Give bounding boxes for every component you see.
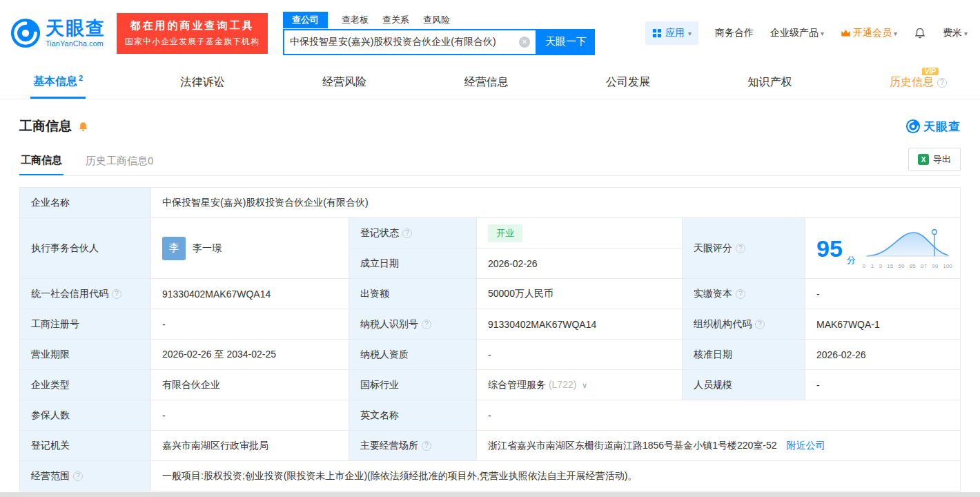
help-icon[interactable]: ? — [112, 289, 121, 299]
tab-history-info[interactable]: VIP 历史信息 ? — [887, 66, 950, 99]
taxpayer-quality-label: 纳税人资质 — [349, 340, 477, 370]
table-row: 统一社会信用代码? 91330402MAK67WQA14 出资额 50000万人… — [20, 279, 961, 309]
tab-operation-info-label: 经营信息 — [464, 75, 509, 90]
staff-size-label: 人员规模 — [683, 370, 805, 400]
excel-icon: X — [918, 154, 929, 165]
score-axis-ticks: 013 155085 9799100 — [863, 263, 952, 269]
insured-count-value: - — [151, 400, 349, 431]
status-badge: 开业 — [488, 224, 522, 242]
brand-domain: TianYanCha.com — [46, 39, 106, 48]
help-icon[interactable]: ? — [736, 244, 745, 253]
partner-name[interactable]: 李一璟 — [193, 242, 222, 255]
taxpayer-quality-value: - — [477, 340, 683, 370]
org-code-label-text: 组织机构代码 — [694, 318, 752, 331]
score-value-cell: 95 分 — [805, 218, 961, 279]
tab-company-development[interactable]: 公司发展 — [603, 66, 653, 99]
tab-company-development-label: 公司发展 — [606, 75, 650, 90]
industry-code: (L722) — [549, 379, 576, 390]
top-header: 天眼查 TianYanCha.com 都在用的商业查询工具 国家中小企业发展子基… — [0, 0, 980, 66]
search-tab-company[interactable]: 查公司 — [283, 12, 328, 28]
tab-operation-risk[interactable]: 经营风险 — [320, 66, 369, 99]
company-name-value: 中保投智星安(嘉兴)股权投资合伙企业(有限合伙) — [151, 188, 961, 218]
biz-cooperation-link[interactable]: 商务合作 — [715, 27, 754, 39]
search-tab-boss[interactable]: 查老板 — [342, 14, 369, 26]
tab-legal-litigation[interactable]: 法律诉讼 — [178, 66, 228, 99]
tab-operation-info[interactable]: 经营信息 — [462, 66, 511, 99]
vip-upgrade-link[interactable]: 开通会员 ▾ — [841, 27, 897, 39]
score-label-text: 天眼评分 — [694, 242, 732, 255]
vip-upgrade-label: 开通会员 — [853, 27, 892, 39]
biz-cooperation-label: 商务合作 — [715, 27, 754, 39]
tianyancha-logo-icon — [10, 17, 41, 49]
watermark-logo: 天眼查 — [905, 119, 961, 135]
capital-label: 出资额 — [349, 279, 477, 309]
help-icon[interactable]: ? — [736, 289, 745, 299]
apps-button[interactable]: 应用 ▾ — [645, 21, 698, 45]
taxpayer-id-label: 纳税人识别号? — [349, 309, 477, 340]
help-icon[interactable]: ? — [402, 228, 412, 238]
business-place-label-text: 主要经营场所 — [360, 440, 418, 452]
enterprise-product-label: 企业级产品 — [770, 27, 819, 39]
establish-date-label: 成立日期 — [349, 248, 477, 279]
insured-count-label: 参保人数 — [20, 400, 151, 431]
subtab-business-info[interactable]: 工商信息 — [19, 148, 63, 175]
apps-label: 应用 — [665, 27, 685, 39]
approval-date-value: 2026-02-26 — [805, 340, 961, 370]
business-info-table: 企业名称 中保投智星安(嘉兴)股权投资合伙企业(有限合伙) 执行事务合伙人 李 … — [19, 187, 961, 491]
enterprise-product-link[interactable]: 企业级产品 ▾ — [770, 27, 824, 39]
subscribe-bell-icon[interactable] — [77, 121, 89, 133]
search-input[interactable] — [290, 37, 519, 48]
tab-legal-litigation-label: 法律诉讼 — [181, 75, 225, 90]
tab-basic-info-label: 基本信息 — [33, 75, 77, 89]
approval-date-label: 核准日期 — [683, 340, 805, 370]
clear-icon[interactable]: ✕ — [519, 37, 530, 48]
paid-capital-value: - — [805, 279, 961, 309]
english-name-value: - — [477, 400, 961, 431]
table-row: 登记机关 嘉兴市南湖区行政审批局 主要经营场所? 浙江省嘉兴市南湖区东栅街道南江… — [20, 431, 961, 461]
export-button[interactable]: X 导出 — [908, 148, 961, 171]
help-icon[interactable]: ? — [422, 441, 431, 451]
subtab-history-business-info[interactable]: 历史工商信息0 — [84, 149, 155, 175]
tianyancha-logo[interactable]: 天眼查 TianYanCha.com — [10, 17, 106, 49]
business-scope-value: 一般项目:股权投资;创业投资(限投资未上市企业)(除依法须经批准的项目外,凭营业… — [151, 461, 961, 491]
help-icon[interactable]: ? — [73, 471, 83, 481]
search-area: 查公司 查老板 查关系 查风险 ✕ 天眼一下 — [283, 12, 595, 55]
tab-intellectual-property[interactable]: 知识产权 — [745, 66, 794, 99]
caret-down-icon: ▾ — [821, 30, 824, 37]
table-row: 工商注册号 - 纳税人识别号? 91330402MAK67WQA14 组织机构代… — [20, 309, 961, 340]
business-term-label: 营业期限 — [20, 340, 151, 370]
help-icon[interactable]: ? — [755, 320, 765, 329]
org-code-value: MAK67WQA-1 — [805, 309, 961, 340]
paid-capital-label: 实缴资本? — [683, 279, 805, 309]
company-type-label: 企业类型 — [20, 370, 151, 400]
search-tab-relation[interactable]: 查关系 — [382, 14, 409, 26]
search-box: ✕ — [283, 29, 537, 55]
score-marker-pin — [932, 230, 937, 235]
score-chart: 013 155085 9799100 — [863, 227, 952, 269]
promo-line1: 都在用的商业查询工具 — [125, 19, 259, 32]
help-icon[interactable]: ? — [422, 320, 431, 329]
tab-operation-risk-label: 经营风险 — [322, 75, 366, 90]
crown-icon — [841, 29, 851, 37]
brand-name: 天眼查 — [46, 19, 106, 39]
industry-label: 国标行业 — [349, 370, 477, 400]
business-info-subtabs: 工商信息 历史工商信息0 X 导出 — [19, 148, 961, 176]
help-icon[interactable]: ? — [937, 78, 947, 88]
nearby-companies-link[interactable]: 附近公司 — [786, 440, 825, 451]
org-code-label: 组织机构代码? — [683, 309, 805, 340]
paid-capital-label-text: 实缴资本 — [694, 288, 732, 300]
reg-authority-value: 嘉兴市南湖区行政审批局 — [151, 431, 349, 461]
score-number: 95 — [816, 237, 843, 260]
search-tab-risk[interactable]: 查风险 — [423, 14, 450, 26]
avatar[interactable]: 李 — [162, 237, 186, 260]
table-row: 执行事务合伙人 李 李一璟 登记状态? 开业 天眼评分? — [20, 218, 961, 248]
notification-bell-icon[interactable] — [914, 27, 926, 39]
user-menu[interactable]: 费米 ▾ — [943, 27, 968, 39]
chevron-down-icon[interactable]: ∨ — [582, 381, 587, 389]
score-label: 天眼评分? — [683, 218, 805, 279]
apps-grid-icon — [652, 28, 662, 38]
search-button[interactable]: 天眼一下 — [537, 29, 595, 55]
tab-basic-info[interactable]: 基本信息 2 — [30, 66, 86, 99]
reg-authority-label: 登记机关 — [20, 431, 151, 461]
table-row: 企业名称 中保投智星安(嘉兴)股权投资合伙企业(有限合伙) — [20, 188, 961, 218]
